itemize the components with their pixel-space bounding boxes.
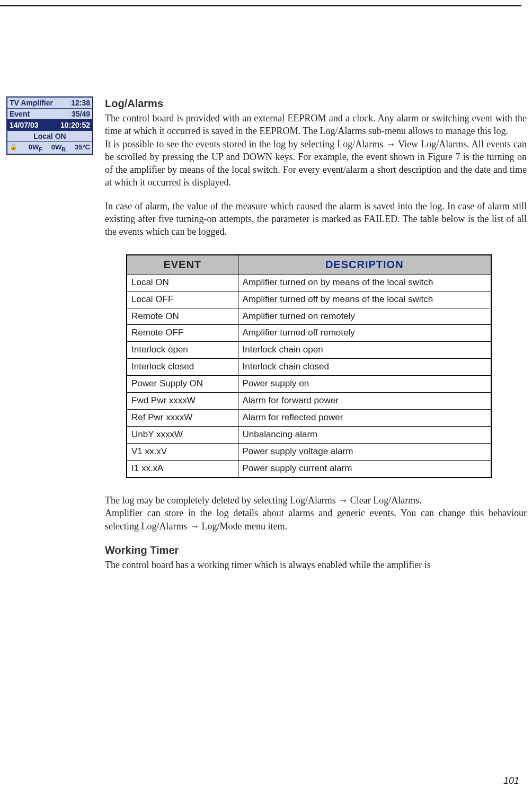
event-cell: V1 xx.xV [127, 444, 238, 461]
lcd-status: Local ON [33, 132, 66, 140]
paragraph: The control board has a working timer wh… [105, 559, 527, 571]
event-cell: I1 xx.xA [127, 460, 238, 477]
event-cell: UnbY xxxxW [127, 427, 238, 444]
description-cell: Power supply voltage alarm [238, 444, 491, 461]
table-row: Interlock openInterlock chain open [127, 342, 491, 359]
table-header-description: DESCRIPTION [238, 255, 491, 275]
event-cell: Local OFF [127, 291, 238, 308]
event-cell: Remote ON [127, 308, 238, 325]
lcd-clock: 12:38 [71, 99, 90, 107]
table-row: Power Supply ONPower supply on [127, 376, 491, 393]
table-row: Interlock closedInterlock chain closed [127, 359, 491, 376]
table-header-event: EVENT [127, 255, 238, 275]
table-row: UnbY xxxxWUnbalancing alarm [127, 427, 491, 444]
description-cell: Amplifier turned off remotely [238, 325, 491, 342]
table-row: Fwd Pwr xxxxWAlarm for forward power [127, 393, 491, 410]
event-cell: Fwd Pwr xxxxW [127, 393, 238, 410]
table-row: I1 xx.xAPower supply current alarm [127, 460, 491, 477]
description-cell: Interlock chain open [238, 342, 491, 359]
paragraph: Amplifier can store in the log details a… [105, 507, 527, 533]
table-row: Local ONAmplifier turned on by means of … [127, 274, 491, 291]
lcd-temp: 35°C [75, 143, 90, 153]
event-cell: Interlock open [127, 342, 238, 359]
paragraph: It is possible to see the events stored … [105, 138, 527, 189]
description-cell: Alarm for forward power [238, 393, 491, 410]
page-number: 101 [503, 775, 519, 786]
table-row: Local OFFAmplifier turned off by means o… [127, 291, 491, 308]
table-row: Remote ONAmplifier turned on remotely [127, 308, 491, 325]
description-cell: Amplifier turned on by means of the loca… [238, 274, 491, 291]
lcd-ref: 0WR [51, 143, 66, 153]
paragraph: The log may be completely deleted by sel… [105, 494, 527, 507]
event-cell: Ref Pwr xxxxW [127, 410, 238, 427]
event-cell: Remote OFF [127, 325, 238, 342]
description-cell: Amplifier turned off by means of the loc… [238, 291, 491, 308]
paragraph: In case of alarm, the value of the measu… [105, 200, 527, 238]
lcd-date: 14/07/03 [10, 121, 39, 129]
section-title-working-timer: Working Timer [105, 543, 527, 558]
table-row: Ref Pwr xxxxWAlarm for reflected power [127, 410, 491, 427]
description-cell: Power supply on [238, 376, 491, 393]
event-cell: Interlock closed [127, 359, 238, 376]
lcd-event-count: 35/49 [72, 110, 90, 118]
lcd-fwd: 0WF [29, 143, 42, 153]
table-row: V1 xx.xVPower supply voltage alarm [127, 444, 491, 461]
description-cell: Unbalancing alarm [238, 427, 491, 444]
event-cell: Power Supply ON [127, 376, 238, 393]
description-cell: Alarm for reflected power [238, 410, 491, 427]
lcd-event-label: Event [10, 110, 30, 118]
events-table: EVENT DESCRIPTION Local ONAmplifier turn… [126, 254, 492, 478]
section-title-log-alarms: Log/Alarms [105, 96, 527, 111]
description-cell: Power supply current alarm [238, 460, 491, 477]
lcd-title: TV Amplifier [10, 99, 53, 107]
table-row: Remote OFFAmplifier turned off remotely [127, 325, 491, 342]
lcd-time: 10:20:52 [60, 121, 90, 129]
paragraph: The control board is provided with an ex… [105, 112, 527, 138]
lcd-screenshot: TV Amplifier 12:38 Event 35/49 14/07/03 … [6, 96, 93, 155]
event-cell: Local ON [127, 274, 238, 291]
description-cell: Interlock chain closed [238, 359, 491, 376]
description-cell: Amplifier turned on remotely [238, 308, 491, 325]
lock-icon: 🔒 [10, 143, 17, 153]
